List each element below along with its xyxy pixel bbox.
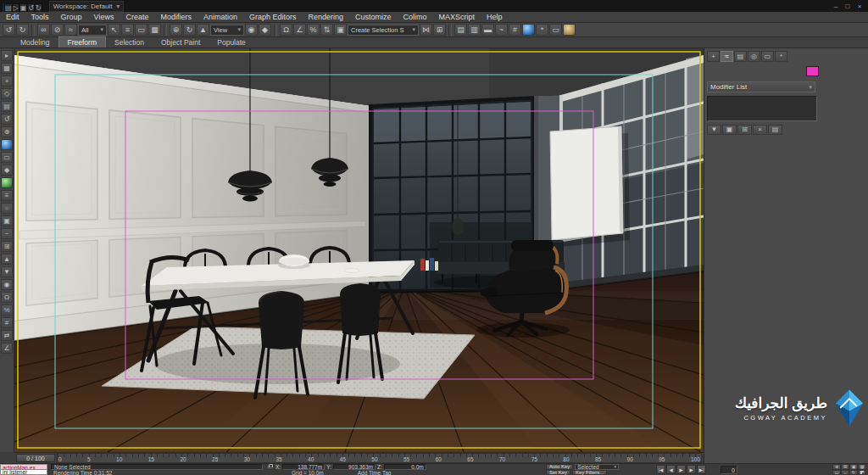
zoom-region-icon[interactable]: ▭ [832,470,841,475]
left-toolbar-icon[interactable]: ⊞ [1,241,13,252]
angle-snap-icon[interactable]: ∠ [293,24,306,36]
left-toolbar-icon[interactable]: ◉ [1,279,13,290]
use-pivot-center-icon[interactable]: ◉ [245,24,258,36]
schematic-view-icon[interactable]: # [509,24,521,36]
align-icon[interactable]: ⊞ [433,24,446,36]
left-toolbar-icon[interactable]: ◇ [1,88,13,99]
modify-tab-icon[interactable]: ≈ [721,51,733,62]
menu-item[interactable]: Graph Editors [243,12,303,22]
pan-icon[interactable]: ↔ [841,470,849,475]
left-toolbar-icon[interactable]: ○ [1,203,13,214]
unlink-icon[interactable]: ⊘ [51,24,64,36]
ribbon-tab[interactable]: Modeling [12,37,58,48]
close-button[interactable]: × [854,2,865,11]
select-manipulate-icon[interactable]: ◆ [259,24,271,36]
select-scale-icon[interactable]: ▲ [197,24,209,36]
configure-modifier-sets-icon[interactable]: ▤ [768,125,782,135]
left-toolbar-icon[interactable]: ▭ [1,152,13,163]
menu-item[interactable]: Rendering [303,12,350,22]
menu-item[interactable]: Edit [0,12,25,22]
motion-tab-icon[interactable]: ◎ [748,51,760,62]
selection-lock-toggle[interactable] [266,465,274,470]
select-by-name-icon[interactable]: ≡ [121,24,134,36]
left-toolbar-icon[interactable]: ⇄ [1,330,13,341]
ribbon-tab[interactable]: Freeform [58,36,106,48]
left-toolbar-icon[interactable]: ∠ [1,343,13,354]
perspective-viewport[interactable] [14,48,704,452]
current-frame-field[interactable]: 0 [721,466,737,474]
modifier-stack-list[interactable] [707,96,817,121]
menu-item[interactable]: Animation [198,12,243,22]
render-production-icon[interactable] [563,24,576,36]
set-key-button[interactable]: Set Key [546,470,570,475]
play-button[interactable]: ▶ [676,465,686,474]
object-color-swatch[interactable] [806,66,819,76]
menu-item[interactable]: Tools [25,12,55,22]
modifier-list-dropdown[interactable]: Modifier List [707,81,815,92]
named-selection-dropdown[interactable]: Create Selection S [348,25,419,36]
pin-stack-icon[interactable]: ▼ [707,125,721,135]
select-move-icon[interactable]: ⊕ [170,24,182,36]
left-toolbar-icon[interactable]: ≡ [1,190,13,201]
left-toolbar-icon[interactable]: ▲ [1,254,13,265]
maximize-viewport-toggle-icon[interactable]: ▛ [858,470,866,475]
material-editor-icon[interactable] [522,24,535,36]
left-toolbar-icon[interactable]: + [1,75,13,87]
left-toolbar-icon[interactable]: ▤ [1,101,13,112]
mirror-icon[interactable]: ⋈ [420,24,432,36]
left-toolbar-icon[interactable]: ▼ [1,266,13,277]
utilities-tab-icon[interactable]: * [775,51,787,62]
maximize-button[interactable]: □ [842,2,854,11]
menu-item[interactable]: Customize [349,12,398,22]
orbit-icon[interactable]: ↻ [849,470,858,475]
left-toolbar-icon[interactable] [1,177,13,188]
left-toolbar-icon[interactable] [1,139,13,150]
menu-item[interactable]: Create [120,12,154,22]
y-coordinate-field[interactable]: 903.363m [333,464,376,470]
rendered-frame-window-icon[interactable]: ▭ [549,24,562,36]
z-coordinate-field[interactable]: 0.0m [384,464,426,470]
left-toolbar-icon[interactable]: ◆ [1,165,13,176]
ribbon-toggle-icon[interactable]: ▬ [481,24,494,36]
key-filters-button[interactable]: Key Filters... [572,470,607,475]
ribbon-tab[interactable]: Selection [106,37,153,48]
spinner-snap-icon[interactable]: ⇅ [320,24,333,36]
x-coordinate-field[interactable]: 138.777m [282,464,325,470]
undo-icon[interactable]: ↺ [3,24,15,36]
go-to-end-button[interactable]: ▶| [697,465,706,474]
next-frame-button[interactable]: ▶ [687,465,696,474]
menu-item[interactable]: Group [55,12,88,22]
previous-frame-button[interactable]: ◀ [666,465,676,474]
create-tab-icon[interactable]: + [707,51,720,62]
left-toolbar-icon[interactable]: # [1,317,13,328]
menu-item[interactable]: Views [88,12,120,22]
bind-spacewarp-icon[interactable]: ≈ [64,24,77,36]
redo-icon[interactable]: ↻ [16,24,29,36]
edit-named-selections-icon[interactable]: ▣ [334,24,347,36]
make-unique-icon[interactable]: ⊞ [737,125,752,135]
remove-modifier-icon[interactable]: × [753,125,767,135]
timeline-ruler[interactable]: 0510152025303540455055606570758085909510… [57,453,702,463]
curve-editor-icon[interactable]: ~ [495,24,508,36]
macro-recorder-line[interactable]: actionMan.ex [0,464,47,470]
time-slider-frame-display[interactable]: 0 / 100 [16,454,55,462]
mini-listener-line[interactable]: ini listener [0,470,47,475]
select-link-icon[interactable]: ∞ [37,24,50,36]
left-toolbar-icon[interactable]: ▦ [1,63,13,74]
left-toolbar-icon[interactable]: ▸ [1,50,13,61]
toggle-scene-explorer-icon[interactable]: ▤ [454,24,467,36]
reference-coordinate-dropdown[interactable]: View [210,25,244,36]
render-setup-icon[interactable]: * [536,24,548,36]
window-crossing-icon[interactable]: ▦ [148,24,161,36]
display-tab-icon[interactable]: ▭ [761,51,774,62]
select-rotate-icon[interactable]: ↻ [183,24,196,36]
menu-item[interactable]: MAXScript [433,12,481,22]
ribbon-tab[interactable]: Populate [209,37,254,48]
percent-snap-icon[interactable]: % [307,24,320,36]
layer-manager-icon[interactable]: ▥ [468,24,481,36]
select-object-icon[interactable]: ↖ [108,24,120,36]
left-toolbar-icon[interactable]: ↺ [1,114,13,125]
go-to-start-button[interactable]: |◀ [656,465,665,474]
menu-item[interactable]: Modifiers [154,12,198,22]
left-toolbar-icon[interactable]: ▣ [1,215,13,226]
